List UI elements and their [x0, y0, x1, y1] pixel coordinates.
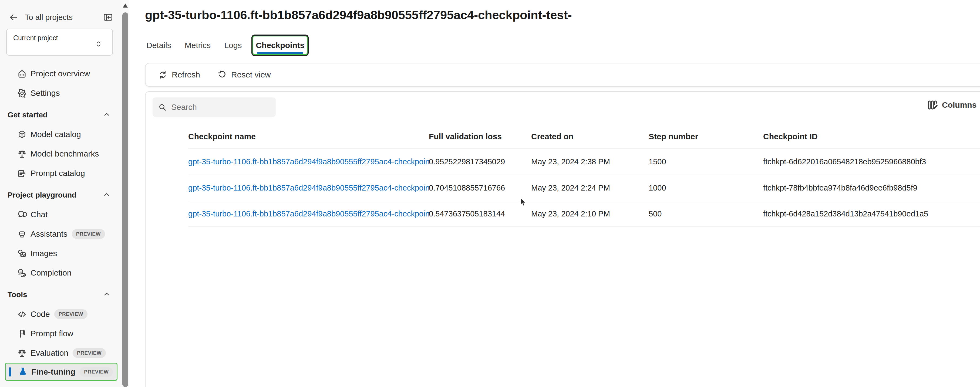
project-overview-icon [17, 68, 27, 79]
sidebar-item-label: Settings [30, 89, 60, 98]
bot-icon [17, 229, 27, 239]
scrollbar-thumb[interactable] [123, 13, 128, 387]
created-on-cell: May 23, 2024 2:10 PM [531, 209, 649, 218]
search-box[interactable] [153, 97, 276, 117]
chevron-updown-icon [94, 40, 103, 49]
search-input[interactable] [171, 103, 266, 112]
sidebar-item-fine-tuning[interactable]: Fine-tuning PREVIEW [5, 363, 118, 381]
checkpoint-name-link[interactable]: gpt-35-turbo-1106.ft-bb1b857a6d294f9a8b9… [188, 209, 429, 218]
chat-icon [17, 209, 27, 220]
sidebar-section-tools[interactable]: Tools [0, 285, 121, 305]
sidebar-item-code[interactable]: Code PREVIEW [0, 305, 121, 324]
step-number-cell: 1000 [649, 184, 763, 192]
sidebar-item-model-catalog[interactable]: Model catalog [0, 125, 121, 144]
tab-checkpoints[interactable]: Checkpoints [251, 35, 309, 56]
checkpoint-id-cell: ftchkpt-78fb4bbfea974b8fa46d9ee6fb98d5f9 [763, 184, 980, 192]
sidebar-item-label: Model catalog [30, 130, 81, 139]
columns-edit-icon [927, 99, 938, 111]
sidebar-item-evaluation[interactable]: Evaluation PREVIEW [0, 343, 121, 363]
gear-icon [17, 88, 27, 98]
project-selector-value: Current project [13, 34, 58, 42]
tab-bar: Details Metrics Logs Checkpoints [145, 35, 309, 56]
column-header-full-validation-loss[interactable]: Full validation loss [429, 132, 531, 141]
tab-logs[interactable]: Logs [224, 36, 242, 55]
sidebar-item-project-overview[interactable]: Project overview [0, 64, 121, 83]
project-selector[interactable]: Current project [6, 29, 113, 56]
sidebar-item-label: Model benchmarks [30, 149, 99, 159]
toolbar: Refresh Reset view [145, 63, 980, 87]
scale-icon [17, 149, 27, 159]
sidebar-item-prompt-catalog[interactable]: Prompt catalog [0, 163, 121, 183]
column-header-checkpoint-name[interactable]: Checkpoint name [188, 132, 429, 141]
sidebar-section-get-started[interactable]: Get started [0, 105, 121, 125]
sidebar-item-label: Chat [30, 210, 48, 219]
sidebar-item-label: Prompt catalog [30, 169, 85, 178]
columns-label: Columns [942, 100, 977, 109]
checkpoint-id-cell: ftchkpt-6d428a152d384d13b2a47541b90ed1a5 [763, 209, 980, 218]
refresh-label: Refresh [172, 70, 200, 79]
image-icon [17, 248, 27, 259]
sidebar-item-model-benchmarks[interactable]: Model benchmarks [0, 144, 121, 163]
sidebar-section-project-playground[interactable]: Project playground [0, 186, 121, 205]
sidebar-item-prompt-flow[interactable]: Prompt flow [0, 324, 121, 343]
chevron-up-icon [103, 290, 111, 299]
created-on-cell: May 23, 2024 2:38 PM [531, 157, 649, 166]
columns-button[interactable]: Columns [927, 99, 977, 111]
flow-icon [17, 328, 27, 339]
completion-icon [17, 268, 27, 278]
table-body: gpt-35-turbo-1106.ft-bb1b857a6d294f9a8b9… [146, 148, 980, 227]
preview-badge: PREVIEW [54, 309, 88, 319]
collapse-panel-icon[interactable] [103, 12, 113, 23]
back-arrow-icon[interactable] [8, 12, 19, 23]
code-icon [17, 309, 27, 319]
page-title: gpt-35-turbo-1106.ft-bb1b857a6d294f9a8b9… [145, 8, 572, 22]
sidebar-item-label: Prompt flow [30, 329, 73, 338]
checkpoint-name-link[interactable]: gpt-35-turbo-1106.ft-bb1b857a6d294f9a8b9… [188, 184, 429, 192]
column-header-checkpoint-id[interactable]: Checkpoint ID [763, 132, 980, 141]
tab-details[interactable]: Details [146, 36, 171, 55]
sidebar-header: To all projects [0, 0, 121, 23]
beaker-icon [18, 367, 28, 377]
sidebar-item-label: Completion [30, 268, 72, 278]
step-number-cell: 1500 [649, 157, 763, 166]
full-validation-loss-cell: 0.7045108855716766 [429, 184, 531, 192]
tab-metrics[interactable]: Metrics [185, 36, 211, 55]
checkpoint-name-link[interactable]: gpt-35-turbo-1106.ft-bb1b857a6d294f9a8b9… [188, 157, 429, 166]
table-row[interactable]: gpt-35-turbo-1106.ft-bb1b857a6d294f9a8b9… [188, 201, 980, 227]
sidebar-item-label: Fine-tuning [31, 367, 75, 376]
sidebar-item-settings[interactable]: Settings [0, 83, 121, 103]
vertical-scrollbar[interactable] [121, 0, 129, 387]
section-title: Tools [8, 290, 103, 299]
table-row[interactable]: gpt-35-turbo-1106.ft-bb1b857a6d294f9a8b9… [188, 174, 980, 201]
scale-icon [17, 348, 27, 358]
created-on-cell: May 23, 2024 2:24 PM [531, 184, 649, 192]
preview-badge: PREVIEW [72, 229, 105, 239]
active-tab-indicator [257, 52, 303, 54]
reset-view-button[interactable]: Reset view [217, 70, 271, 79]
scrollbar-up-arrow[interactable] [123, 3, 128, 8]
back-to-projects-link[interactable]: To all projects [25, 13, 103, 22]
step-number-cell: 500 [649, 209, 763, 218]
column-header-created-on[interactable]: Created on [531, 132, 649, 141]
preview-badge: PREVIEW [80, 367, 113, 377]
sidebar-item-label: Assistants [30, 229, 67, 239]
sidebar-item-label: Images [30, 249, 57, 258]
document-sparkle-icon [17, 168, 27, 178]
full-validation-loss-cell: 0.9525229817345029 [429, 157, 531, 166]
sidebar-item-label: Code [30, 309, 50, 319]
reset-view-label: Reset view [231, 70, 271, 79]
main-content: gpt-35-turbo-1106.ft-bb1b857a6d294f9a8b9… [129, 0, 980, 387]
sidebar-item-assistants[interactable]: Assistants PREVIEW [0, 224, 121, 244]
refresh-button[interactable]: Refresh [158, 70, 200, 79]
chevron-up-icon [103, 190, 111, 200]
full-validation-loss-cell: 0.5473637505183144 [429, 209, 531, 218]
tab-label: Checkpoints [256, 41, 304, 50]
table-row[interactable]: gpt-35-turbo-1106.ft-bb1b857a6d294f9a8b9… [188, 148, 980, 174]
chevron-up-icon [103, 110, 111, 119]
sidebar-nav: Project overview Settings Get started Mo… [0, 64, 121, 381]
sidebar: To all projects Current project Project … [0, 0, 121, 387]
column-header-step-number[interactable]: Step number [649, 132, 763, 141]
sidebar-item-completion[interactable]: Completion [0, 263, 121, 282]
sidebar-item-chat[interactable]: Chat [0, 205, 121, 224]
sidebar-item-images[interactable]: Images [0, 244, 121, 263]
